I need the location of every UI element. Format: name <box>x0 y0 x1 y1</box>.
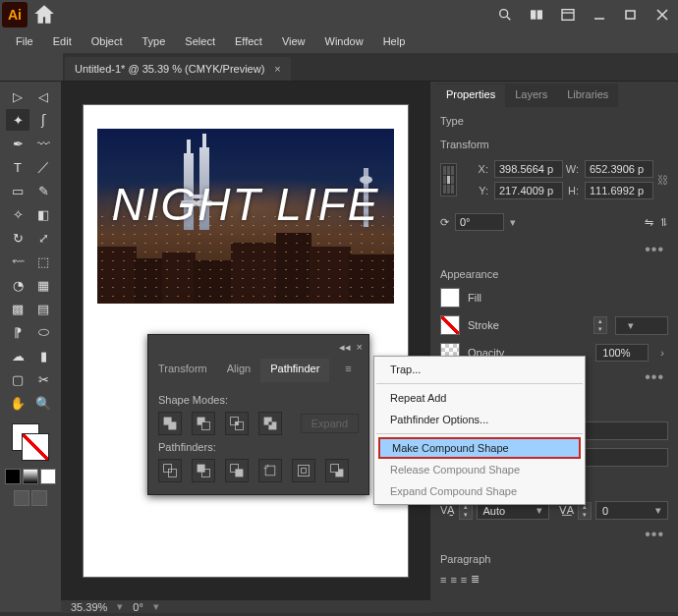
stroke-weight-field[interactable] <box>615 316 668 335</box>
tool-direct-select[interactable]: ◁ <box>31 85 55 107</box>
section-more-icon[interactable]: ••• <box>436 239 672 260</box>
stroke-stepper[interactable]: ▴▾ <box>593 316 607 334</box>
tool-free-transform[interactable]: ⬚ <box>31 251 55 272</box>
trim-icon[interactable] <box>192 459 215 482</box>
intersect-icon[interactable] <box>225 412 249 435</box>
menu-trap[interactable]: Trap... <box>374 359 585 380</box>
tool-pen[interactable]: ✒ <box>6 133 29 154</box>
tool-eyedropper[interactable]: ⁋ <box>6 321 29 343</box>
tool-shape-builder[interactable]: ◔ <box>6 274 29 296</box>
tool-gradient[interactable]: ▤ <box>31 298 55 319</box>
zoom-level[interactable]: 35.39% <box>71 601 107 613</box>
minimize-icon[interactable] <box>588 3 611 27</box>
panel-close-icon[interactable]: × <box>357 341 363 353</box>
minus-front-icon[interactable] <box>192 412 215 435</box>
mode-gradient[interactable] <box>23 469 38 484</box>
stroke-swatch[interactable] <box>22 433 49 461</box>
align-right-icon[interactable]: ≡ <box>461 574 467 586</box>
menu-object[interactable]: Object <box>82 35 133 47</box>
fill-stroke-swatch[interactable] <box>10 421 51 463</box>
document-tab[interactable]: Untitled-1* @ 35.39 % (CMYK/Preview) × <box>65 57 291 81</box>
tool-eraser[interactable]: ◧ <box>31 203 55 225</box>
tool-curvature[interactable]: 〰 <box>31 133 55 154</box>
x-field[interactable] <box>494 160 563 178</box>
chevron-down-icon[interactable]: ▾ <box>153 600 159 613</box>
menu-make-compound-shape[interactable]: Make Compound Shape <box>378 437 581 459</box>
tool-graph[interactable]: ▮ <box>31 345 55 366</box>
fill-swatch-panel[interactable] <box>440 288 460 308</box>
placed-image[interactable]: NIGHT LIFE <box>97 129 394 304</box>
menu-file[interactable]: File <box>6 35 43 47</box>
artwork-text[interactable]: NIGHT LIFE <box>97 178 394 231</box>
mode-none[interactable] <box>40 469 56 484</box>
collapse-icon[interactable]: ◂◂ <box>339 341 351 354</box>
mode-color[interactable] <box>5 469 21 484</box>
tab-pathfinder[interactable]: Pathfinder <box>260 359 329 382</box>
tool-width[interactable]: ⬳ <box>6 251 29 272</box>
search-icon[interactable] <box>493 3 517 27</box>
stroke-swatch-panel[interactable] <box>440 315 460 335</box>
menu-edit[interactable]: Edit <box>43 35 82 47</box>
tool-rotate[interactable]: ↻ <box>6 227 29 249</box>
tool-slice[interactable]: ✂ <box>31 368 55 390</box>
tab-libraries[interactable]: Libraries <box>557 84 618 107</box>
panel-menu-icon[interactable]: ≡ <box>329 359 367 382</box>
flip-h-icon[interactable]: ⇋ <box>645 216 653 229</box>
tool-rectangle[interactable]: ▭ <box>6 180 29 201</box>
menu-help[interactable]: Help <box>373 35 416 47</box>
screen-mode[interactable] <box>31 490 47 506</box>
maximize-icon[interactable] <box>619 3 643 27</box>
tool-selection[interactable]: ▷ <box>6 85 29 107</box>
menu-view[interactable]: View <box>272 35 315 47</box>
tool-lasso[interactable]: ʃ <box>31 109 55 131</box>
tool-shaper[interactable]: ✧ <box>6 203 29 225</box>
opacity-field[interactable]: 100% <box>595 344 649 362</box>
tool-scale[interactable]: ⤢ <box>31 227 55 249</box>
chevron-down-icon[interactable]: ▾ <box>510 216 516 229</box>
crop-icon[interactable] <box>258 459 282 482</box>
h-field[interactable] <box>585 182 653 199</box>
chevron-down-icon[interactable]: ▾ <box>117 600 123 613</box>
flip-v-icon[interactable]: ⥮ <box>659 216 668 229</box>
close-icon[interactable] <box>650 3 674 27</box>
tool-type[interactable]: T <box>6 156 29 178</box>
tool-brush[interactable]: ✎ <box>31 180 55 201</box>
menu-window[interactable]: Window <box>315 35 373 47</box>
home-icon[interactable] <box>31 2 57 28</box>
tool-hand[interactable]: ✋ <box>6 392 29 414</box>
tab-transform[interactable]: Transform <box>148 359 217 382</box>
tool-line[interactable]: ／ <box>31 156 55 178</box>
tool-artboard[interactable]: ▢ <box>6 368 29 390</box>
align-center-icon[interactable]: ≡ <box>450 574 456 586</box>
unite-icon[interactable] <box>158 412 182 435</box>
workspace-icon[interactable] <box>556 3 580 27</box>
justify-icon[interactable]: ≣ <box>471 573 480 586</box>
chevron-right-icon[interactable]: › <box>656 347 668 359</box>
rotation-value[interactable]: 0° <box>133 601 143 613</box>
menu-effect[interactable]: Effect <box>225 35 272 47</box>
y-field[interactable] <box>494 182 563 199</box>
reference-point[interactable] <box>440 163 457 196</box>
tool-perspective[interactable]: ▦ <box>31 274 55 296</box>
w-field[interactable] <box>585 160 653 178</box>
divide-icon[interactable] <box>158 459 182 482</box>
tool-symbol[interactable]: ☁ <box>6 345 29 366</box>
tab-properties[interactable]: Properties <box>436 84 505 107</box>
tab-close-icon[interactable]: × <box>274 63 280 75</box>
minus-back-icon[interactable] <box>325 459 349 482</box>
menu-pathfinder-options[interactable]: Pathfinder Options... <box>374 409 585 430</box>
tool-blend[interactable]: ⬭ <box>31 321 55 343</box>
tab-align[interactable]: Align <box>217 359 260 382</box>
tracking-field[interactable]: 0 <box>595 501 668 520</box>
exclude-icon[interactable] <box>258 412 282 435</box>
outline-icon[interactable] <box>292 459 315 482</box>
link-wh-icon[interactable]: ⛓ <box>657 174 668 186</box>
draw-mode[interactable] <box>14 490 29 506</box>
tool-mesh[interactable]: ▩ <box>6 298 29 319</box>
align-left-icon[interactable]: ≡ <box>440 574 446 586</box>
merge-icon[interactable] <box>225 459 249 482</box>
rotate-field[interactable] <box>455 213 504 231</box>
arrange-icon[interactable] <box>525 3 548 27</box>
menu-select[interactable]: Select <box>175 35 225 47</box>
tool-zoom[interactable]: 🔍 <box>31 392 55 414</box>
